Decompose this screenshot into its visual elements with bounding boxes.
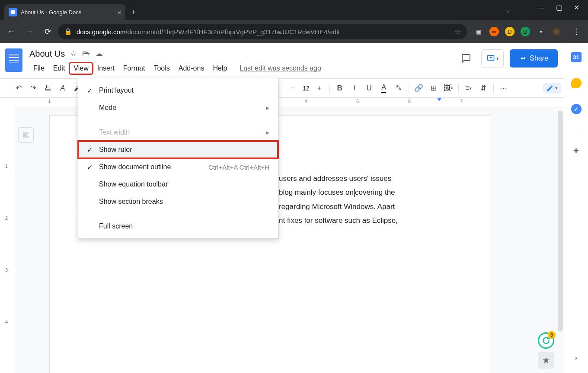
address-bar: ← → ⟳ 🔒 docs.google.com/document/d/1bqPW… — [0, 20, 588, 43]
line-spacing-icon[interactable]: ⇵ — [477, 82, 490, 95]
ruler-tick: 1 — [48, 99, 51, 104]
browser-tab[interactable]: About Us - Google Docs × — [4, 4, 125, 20]
menu-format[interactable]: Format — [119, 63, 149, 74]
explore-button[interactable] — [538, 352, 554, 369]
checkmark-icon: ✓ — [87, 146, 97, 154]
grammarly-widget[interactable]: 3 — [538, 332, 554, 349]
menu-show-ruler[interactable]: ✓ Show ruler — [78, 141, 278, 158]
doc-text: nt fixes for software such as Eclipse, — [279, 216, 398, 225]
doc-text: users and addresses users' issues — [279, 174, 391, 183]
spellcheck-icon[interactable]: A — [56, 82, 69, 95]
url-field[interactable]: 🔒 docs.google.com/document/d/1bqPW7lF1fH… — [58, 24, 467, 39]
move-document-icon[interactable]: 🗁 — [82, 49, 90, 58]
present-button[interactable]: ▾ — [481, 49, 504, 68]
menu-file[interactable]: File — [29, 63, 48, 74]
maximize-icon[interactable]: ▢ — [556, 3, 562, 12]
menu-insert[interactable]: Insert — [93, 63, 118, 74]
close-window-icon[interactable]: ✕ — [574, 3, 579, 12]
extension-icon-3[interactable]: D — [521, 27, 530, 36]
font-size-inc-icon[interactable]: + — [313, 82, 326, 95]
profile-avatar-icon[interactable] — [552, 27, 561, 36]
ruler-tick: 6 — [408, 99, 411, 104]
keyboard-shortcut: Ctrl+Alt+A Ctrl+Alt+H — [208, 164, 269, 171]
extensions-puzzle-icon[interactable]: ✦ — [536, 27, 546, 36]
share-button[interactable]: Share — [510, 49, 558, 68]
cast-icon[interactable]: ▣ — [474, 27, 483, 36]
insert-image-icon[interactable]: 🖼▾ — [442, 82, 455, 95]
extension-icon-2[interactable]: D — [505, 27, 514, 36]
bold-icon[interactable]: B — [333, 82, 346, 95]
align-icon[interactable]: ≡▾ — [462, 82, 475, 95]
italic-icon[interactable]: I — [348, 82, 361, 95]
share-button-label: Share — [530, 55, 548, 62]
menu-bar: File Edit View Insert Format Tools Add-o… — [29, 61, 321, 75]
text-color-icon[interactable]: A — [377, 82, 390, 95]
ruler-right-indent[interactable] — [437, 98, 441, 101]
submenu-arrow-icon: ▶ — [266, 130, 269, 135]
menu-full-screen[interactable]: Full screen — [78, 218, 278, 235]
side-panel: 31 ✓ + › — [564, 43, 588, 373]
calendar-icon[interactable]: 31 — [571, 52, 582, 62]
redo-icon[interactable]: ↷ — [27, 82, 40, 95]
doc-text: covering the — [355, 188, 395, 196]
collapse-side-panel-icon[interactable]: › — [575, 354, 578, 363]
bookmark-star-icon[interactable]: ☆ — [455, 28, 461, 36]
tab-bar: About Us - Google Docs × + — [0, 0, 588, 20]
chrome-menu-icon[interactable]: ⋮ — [568, 27, 585, 36]
new-tab-button[interactable]: + — [125, 4, 142, 20]
extension-icons: ▣ ∞ D D ✦ — [470, 27, 566, 36]
tab-title: About Us - Google Docs — [21, 9, 81, 16]
last-edit-link[interactable]: Last edit was seconds ago — [240, 64, 321, 72]
editing-mode-button[interactable]: ▾ — [543, 83, 561, 93]
undo-icon[interactable]: ↶ — [12, 82, 25, 95]
font-size-dec-icon[interactable]: − — [286, 82, 299, 95]
doc-text: regarding Microsoft Windows. Apart — [279, 203, 395, 211]
underline-icon[interactable]: U — [363, 82, 376, 95]
grammarly-count-badge: 3 — [548, 331, 556, 339]
browser-chrome: About Us - Google Docs × + ⌵ — ▢ ✕ ← → ⟳… — [0, 0, 588, 43]
menu-show-outline[interactable]: ✓ Show document outline Ctrl+Alt+A Ctrl+… — [78, 158, 278, 176]
star-document-icon[interactable]: ☆ — [70, 49, 77, 58]
comments-icon[interactable] — [457, 49, 475, 68]
cloud-status-icon[interactable]: ☁ — [95, 49, 103, 58]
tasks-icon[interactable]: ✓ — [571, 104, 582, 114]
document-title[interactable]: About Us — [29, 49, 65, 59]
lock-icon: 🔒 — [64, 28, 72, 35]
svg-rect-0 — [11, 10, 15, 14]
ruler-tick: 5 — [356, 99, 359, 104]
keep-icon[interactable] — [571, 78, 582, 88]
docs-header: About Us ☆ 🗁 ☁ File Edit View Insert For… — [0, 43, 588, 79]
menu-help[interactable]: Help — [209, 63, 231, 74]
add-comment-icon[interactable]: ⊞ — [427, 82, 440, 95]
menu-view[interactable]: View — [70, 63, 92, 74]
reload-button[interactable]: ⟳ — [40, 24, 55, 39]
tabs-dropdown-icon[interactable]: ⌵ — [506, 6, 510, 14]
vertical-scrollbar[interactable] — [558, 111, 563, 331]
menu-addons[interactable]: Add-ons — [175, 63, 208, 74]
menu-mode[interactable]: Mode ▶ — [78, 99, 278, 116]
menu-divider — [78, 214, 278, 214]
ruler-tick: 4 — [304, 99, 307, 104]
print-icon[interactable]: 🖶 — [42, 82, 54, 95]
back-button[interactable]: ← — [3, 24, 19, 39]
extension-icon-1[interactable]: ∞ — [489, 27, 499, 36]
menu-edit[interactable]: Edit — [49, 63, 69, 74]
insert-link-icon[interactable]: 🔗 — [412, 82, 425, 95]
menu-tools[interactable]: Tools — [150, 63, 173, 74]
minimize-icon[interactable]: — — [538, 4, 545, 12]
doc-text: blog mainly focuses on — [279, 188, 354, 196]
highlight-icon[interactable]: ✎ — [392, 82, 405, 95]
docs-favicon — [9, 8, 17, 16]
more-toolbar-icon[interactable]: ⋯ — [497, 82, 510, 95]
font-size-value[interactable]: 12 — [301, 85, 311, 92]
view-dropdown-menu: ✓ Print layout Mode ▶ Text width ▶ ✓ Sho… — [78, 78, 278, 239]
add-addon-icon[interactable]: + — [571, 146, 582, 156]
menu-print-layout[interactable]: ✓ Print layout — [78, 82, 278, 99]
docs-logo-icon[interactable] — [5, 48, 22, 72]
show-outline-button[interactable] — [18, 127, 34, 143]
menu-show-section-breaks[interactable]: Show section breaks — [78, 193, 278, 210]
checkmark-icon: ✓ — [87, 87, 97, 95]
menu-show-equation[interactable]: Show equation toolbar — [78, 176, 278, 193]
tab-close-icon[interactable]: × — [117, 9, 121, 16]
vertical-ruler[interactable]: 1 2 3 4 — [0, 106, 15, 373]
